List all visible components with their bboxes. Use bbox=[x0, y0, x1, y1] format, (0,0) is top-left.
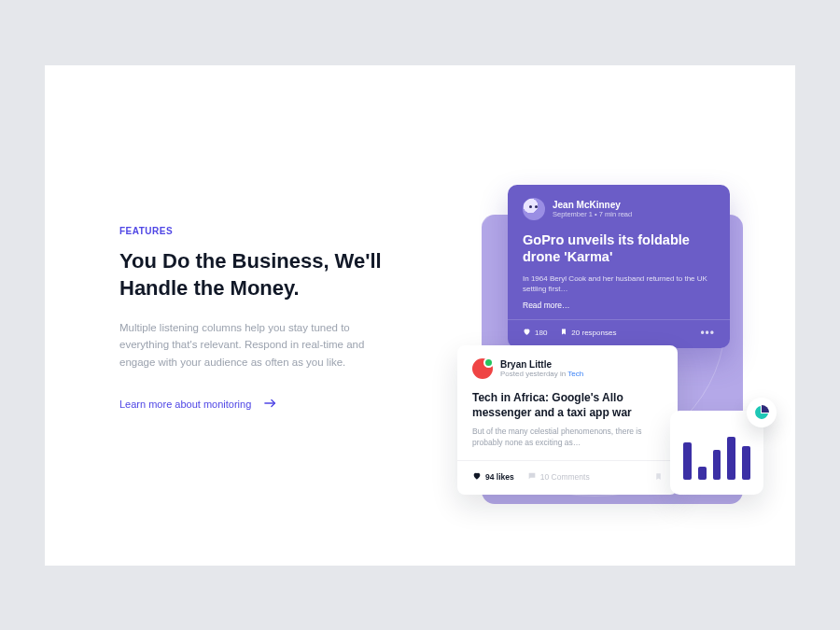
heart-icon bbox=[523, 328, 531, 338]
headline: You Do the Business, We'll Handle the Mo… bbox=[119, 247, 399, 302]
author-name: Jean McKinney bbox=[553, 200, 632, 210]
comments-stat[interactable]: 10 Comments bbox=[527, 471, 590, 483]
post-title: GoPro unveils its foldable drone 'Karma' bbox=[523, 231, 715, 267]
post-meta: Posted yesterday in Tech bbox=[500, 370, 583, 378]
chart-bar bbox=[727, 437, 735, 480]
learn-more-link[interactable]: Learn more about monitoring bbox=[119, 399, 277, 410]
comments-count: 10 Comments bbox=[540, 472, 590, 482]
bookmark-icon bbox=[560, 328, 567, 338]
like-count: 94 likes bbox=[485, 472, 514, 482]
chart-bar bbox=[683, 442, 692, 480]
bookmark-icon[interactable] bbox=[654, 469, 663, 485]
chart-bar bbox=[698, 467, 707, 480]
illustration-area: Jean McKinney September 1 • 7 min read G… bbox=[437, 168, 763, 541]
post-stats: 180 20 responses bbox=[523, 328, 616, 338]
responses-count: 20 responses bbox=[571, 329, 616, 337]
post-excerpt: In 1964 Beryl Cook and her husband retur… bbox=[523, 273, 715, 294]
responses-stat[interactable]: 20 responses bbox=[560, 328, 616, 338]
post-card-primary[interactable]: Jean McKinney September 1 • 7 min read G… bbox=[508, 185, 730, 348]
more-icon[interactable]: ••• bbox=[700, 328, 715, 339]
feature-section: FEATURES You Do the Business, We'll Hand… bbox=[45, 65, 795, 566]
heart-icon bbox=[472, 471, 482, 483]
cta-label: Learn more about monitoring bbox=[119, 399, 251, 410]
like-stat[interactable]: 180 bbox=[523, 328, 547, 338]
category-link[interactable]: Tech bbox=[567, 370, 583, 378]
post-excerpt: But of the many celestial phenomenons, t… bbox=[472, 426, 663, 449]
post-header: Bryan Little Posted yesterday in Tech bbox=[472, 358, 663, 379]
bar-chart-card bbox=[670, 411, 763, 495]
post-title: Tech in Africa: Google's Allo messenger … bbox=[472, 390, 663, 420]
feature-copy: FEATURES You Do the Business, We'll Hand… bbox=[119, 226, 399, 413]
post-stats: 94 likes 10 Comments bbox=[472, 471, 590, 483]
avatar bbox=[523, 198, 545, 220]
eyebrow-label: FEATURES bbox=[119, 226, 399, 236]
meta-prefix: Posted yesterday in bbox=[500, 370, 567, 378]
body-copy: Multiple listening columns help you stay… bbox=[119, 319, 381, 371]
chart-bar bbox=[742, 446, 750, 480]
like-stat[interactable]: 94 likes bbox=[472, 471, 514, 483]
comment-icon bbox=[527, 471, 537, 483]
read-more-link[interactable]: Read more… bbox=[523, 301, 715, 310]
chart-bar bbox=[713, 450, 721, 480]
like-count: 180 bbox=[535, 329, 547, 337]
avatar bbox=[472, 358, 493, 379]
pie-chart-icon bbox=[747, 398, 777, 427]
post-user: Jean McKinney September 1 • 7 min read bbox=[553, 200, 632, 218]
author-name: Bryan Little bbox=[500, 359, 583, 370]
arrow-right-icon bbox=[264, 399, 277, 410]
post-user: Bryan Little Posted yesterday in Tech bbox=[500, 359, 583, 378]
post-card-secondary[interactable]: Bryan Little Posted yesterday in Tech Te… bbox=[457, 345, 678, 495]
post-meta: September 1 • 7 min read bbox=[553, 210, 632, 218]
post-footer: 180 20 responses ••• bbox=[523, 320, 715, 339]
post-footer: 94 likes 10 Comments bbox=[472, 461, 663, 485]
post-header: Jean McKinney September 1 • 7 min read bbox=[523, 198, 715, 220]
